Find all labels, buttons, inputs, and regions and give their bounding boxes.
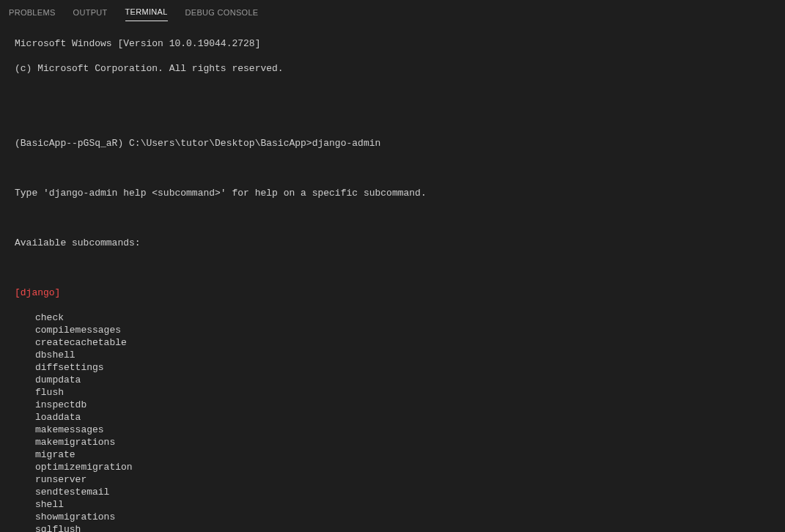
terminal-subcommand: dbshell bbox=[15, 349, 785, 361]
terminal-subcommand: diffsettings bbox=[15, 361, 785, 374]
terminal-subcommand: createcachetable bbox=[15, 336, 785, 349]
terminal-blank bbox=[15, 262, 785, 274]
panel-tab-bar: PROBLEMS OUTPUT TERMINAL DEBUG CONSOLE bbox=[0, 0, 785, 23]
terminal-subcommand: check bbox=[15, 311, 785, 324]
terminal-help-hint: Type 'django-admin help <subcommand>' fo… bbox=[15, 187, 785, 199]
terminal-subcommand: makemessages bbox=[15, 424, 785, 436]
terminal-subcommand: compilemessages bbox=[15, 324, 785, 336]
terminal-blank bbox=[15, 162, 785, 174]
terminal-subcommand: dumpdata bbox=[15, 374, 785, 386]
terminal-subcommand: shell bbox=[15, 498, 785, 511]
terminal-subcommand: makemigrations bbox=[15, 436, 785, 448]
tab-problems[interactable]: PROBLEMS bbox=[9, 3, 56, 21]
tab-terminal[interactable]: TERMINAL bbox=[125, 2, 168, 21]
terminal-subcommand: inspectdb bbox=[15, 399, 785, 411]
terminal-subcommand: showmigrations bbox=[15, 511, 785, 523]
terminal-subcommand: runserver bbox=[15, 473, 785, 486]
terminal-subcommand: loaddata bbox=[15, 411, 785, 424]
terminal-subcommand: migrate bbox=[15, 448, 785, 461]
terminal-blank bbox=[15, 112, 785, 125]
terminal-subcommand: sendtestemail bbox=[15, 486, 785, 498]
terminal-subcommand: flush bbox=[15, 386, 785, 399]
terminal-blank bbox=[15, 212, 785, 224]
tab-debug-console[interactable]: DEBUG CONSOLE bbox=[185, 3, 259, 21]
terminal-subcommand: optimizemigration bbox=[15, 461, 785, 473]
terminal-available: Available subcommands: bbox=[15, 237, 785, 249]
terminal-line-copyright: (c) Microsoft Corporation. All rights re… bbox=[15, 62, 785, 75]
tab-output[interactable]: OUTPUT bbox=[73, 3, 108, 21]
terminal-output[interactable]: Microsoft Windows [Version 10.0.19044.27… bbox=[0, 23, 785, 532]
terminal-group-django: [django] bbox=[15, 287, 785, 299]
terminal-prompt-command: (BasicApp--pGSq_aR) C:\Users\tutor\Deskt… bbox=[15, 137, 785, 149]
terminal-subcommand: sqlflush bbox=[15, 523, 785, 532]
terminal-line-winver: Microsoft Windows [Version 10.0.19044.27… bbox=[15, 37, 785, 50]
terminal-blank bbox=[15, 87, 785, 100]
